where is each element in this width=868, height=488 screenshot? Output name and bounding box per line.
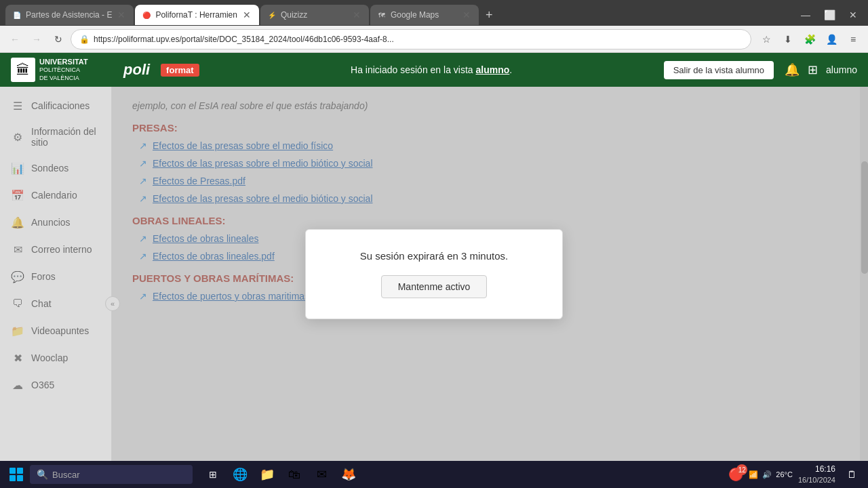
tab-quizizz-title: Quizizz bbox=[281, 10, 347, 20]
profile-button[interactable]: 👤 bbox=[822, 30, 841, 49]
forward-button[interactable]: → bbox=[27, 30, 46, 49]
new-tab-button[interactable]: + bbox=[480, 8, 498, 22]
modal-keep-active-button[interactable]: Mantenme activo bbox=[381, 275, 488, 298]
tab-partes[interactable]: 📄 Partes de Asistencia - E ✕ bbox=[5, 5, 134, 25]
clock-date: 16/10/2024 bbox=[798, 475, 835, 485]
volume-icon: 🔊 bbox=[762, 470, 772, 479]
nav-icons: ☆ ⬇ 🧩 👤 ≡ bbox=[757, 30, 863, 49]
tab-partes-favicon: 📄 bbox=[12, 10, 22, 20]
logout-button[interactable]: Salir de la vista alumno bbox=[664, 61, 774, 79]
window-controls: — ⬜ ✕ bbox=[795, 7, 863, 23]
taskbar-notification-icon[interactable]: 🔴 12 bbox=[728, 467, 743, 482]
tab-maps-favicon: 🗺 bbox=[377, 10, 387, 20]
format-tag: format bbox=[161, 64, 199, 77]
notification-bell-icon[interactable]: 🔔 bbox=[785, 62, 800, 77]
poli-brand: poli bbox=[123, 61, 150, 79]
weather-label: 26°C bbox=[776, 470, 793, 479]
taskbar-right: 🔴 12 📶 🔊 26°C 16:16 16/10/2024 🗒 bbox=[728, 464, 863, 485]
modal-message: Su sesión expirará en 3 minutos. bbox=[333, 250, 535, 262]
tab-maps-close[interactable]: ✕ bbox=[461, 9, 472, 20]
page-body: ☰ Calificaciones ⚙ Información del sitio… bbox=[0, 87, 868, 461]
address-bar[interactable]: 🔒 https://poliformat.upv.es/portal/site/… bbox=[71, 29, 751, 49]
url-text: https://poliformat.upv.es/portal/site/DO… bbox=[94, 35, 743, 44]
back-button[interactable]: ← bbox=[5, 30, 24, 49]
search-icon: 🔍 bbox=[37, 469, 48, 480]
tab-poliformat-close[interactable]: ✕ bbox=[241, 9, 252, 20]
minimize-button[interactable]: — bbox=[795, 7, 816, 23]
university-logo: 🏛 UNIVERSITATPOLITÈCNICADE VALÈNCIA bbox=[11, 56, 113, 83]
refresh-button[interactable]: ↻ bbox=[49, 30, 68, 49]
session-role: alumno bbox=[476, 64, 510, 75]
user-label[interactable]: alumno bbox=[826, 64, 857, 75]
menu-button[interactable]: ≡ bbox=[844, 30, 863, 49]
taskbar-apps: ⊞ 🌐 📁 🛍 ✉ 🦊 bbox=[201, 462, 361, 487]
tab-quizizz-close[interactable]: ✕ bbox=[351, 9, 362, 20]
browser-chrome: 📄 Partes de Asistencia - E ✕ 🔴 Poliforna… bbox=[0, 0, 868, 53]
taskbar-mail[interactable]: ✉ bbox=[309, 462, 334, 487]
taskbar-system-icons: 📶 🔊 26°C bbox=[749, 470, 793, 479]
notification-count-badge: 12 bbox=[736, 464, 747, 475]
tab-poliformat[interactable]: 🔴 PolifornaT : Herramien ✕ bbox=[135, 5, 259, 25]
header-icons: 🔔 ⊞ alumno bbox=[785, 62, 857, 77]
nav-bar: ← → ↻ 🔒 https://poliformat.upv.es/portal… bbox=[0, 26, 868, 53]
close-button[interactable]: ✕ bbox=[844, 7, 863, 23]
taskbar-search-bar[interactable]: 🔍 Buscar bbox=[30, 465, 193, 484]
taskbar-file-explorer[interactable]: 📁 bbox=[255, 462, 279, 487]
clock-time: 16:16 bbox=[798, 464, 835, 475]
network-icon: 📶 bbox=[749, 470, 758, 479]
downloads-button[interactable]: ⬇ bbox=[778, 30, 797, 49]
taskbar-clock: 16:16 16/10/2024 bbox=[798, 464, 835, 485]
search-placeholder: Buscar bbox=[52, 470, 79, 480]
tab-poliformat-favicon: 🔴 bbox=[142, 10, 151, 20]
tab-maps-title: Google Maps bbox=[391, 10, 457, 20]
tab-partes-title: Partes de Asistencia - E bbox=[26, 10, 112, 20]
taskbar: 🔍 Buscar ⊞ 🌐 📁 🛍 ✉ 🦊 🔴 12 📶 🔊 26°C 16:16… bbox=[0, 461, 868, 488]
taskbar-firefox[interactable]: 🦊 bbox=[336, 462, 361, 487]
action-center-button[interactable]: 🗒 bbox=[841, 464, 863, 485]
extensions-button[interactable]: 🧩 bbox=[800, 30, 819, 49]
favorites-button[interactable]: ☆ bbox=[757, 30, 776, 49]
university-header: 🏛 UNIVERSITATPOLITÈCNICADE VALÈNCIA poli… bbox=[0, 53, 868, 87]
session-notice: Ha iniciado sesión en la vista alumno. bbox=[210, 64, 653, 75]
modal-overlay: Su sesión expirará en 3 minutos. Mantenm… bbox=[0, 87, 868, 461]
windows-logo-icon bbox=[9, 468, 23, 481]
taskbar-store[interactable]: 🛍 bbox=[282, 462, 307, 487]
tab-quizizz-favicon: ⚡ bbox=[267, 10, 277, 20]
tab-quizizz[interactable]: ⚡ Quizizz ✕ bbox=[260, 5, 369, 25]
taskbar-edge[interactable]: 🌐 bbox=[228, 462, 252, 487]
tab-bar: 📄 Partes de Asistencia - E ✕ 🔴 Poliforna… bbox=[0, 0, 868, 26]
apps-grid-icon[interactable]: ⊞ bbox=[808, 62, 818, 77]
lock-icon: 🔒 bbox=[79, 35, 90, 44]
start-button[interactable] bbox=[5, 464, 27, 485]
university-name-text: UNIVERSITATPOLITÈCNICADE VALÈNCIA bbox=[39, 57, 88, 83]
tab-poliformat-title: PolifornaT : Herramien bbox=[155, 10, 237, 20]
tab-maps[interactable]: 🗺 Google Maps ✕ bbox=[370, 5, 479, 25]
maximize-button[interactable]: ⬜ bbox=[818, 7, 841, 23]
modal-dialog: Su sesión expirará en 3 minutos. Mantenm… bbox=[305, 229, 563, 319]
university-shield: 🏛 bbox=[11, 58, 35, 82]
taskbar-task-view[interactable]: ⊞ bbox=[201, 462, 225, 487]
tab-partes-close[interactable]: ✕ bbox=[116, 9, 127, 20]
